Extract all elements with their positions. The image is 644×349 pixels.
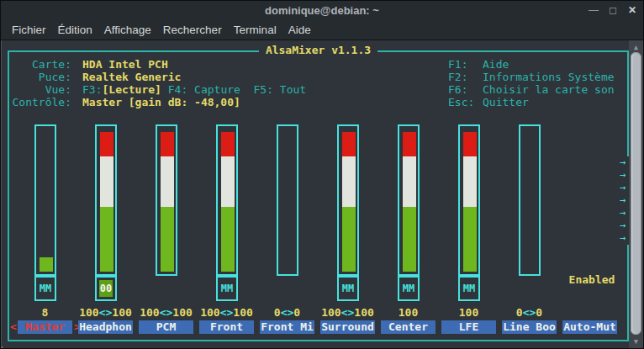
bar-segment-green: [342, 207, 356, 272]
terminal-window: dominique@debian: ~ — ◻ ✕ FichierÉdition…: [0, 0, 644, 349]
info-label: Puce:: [9, 71, 71, 83]
value-right: 100: [172, 306, 192, 319]
help-label: Choisir la carte son: [483, 83, 615, 96]
scroll-down-icon[interactable]: ▼: [629, 336, 643, 346]
menu-item-aide[interactable]: Aide: [287, 22, 313, 38]
value-separator: <>: [341, 306, 355, 319]
volume-bar-lfe[interactable]: [458, 124, 480, 276]
channel-value-center: 100: [381, 306, 435, 319]
volume-bar-lineboo[interactable]: [519, 124, 541, 276]
info-value-part: Master [gain dB: -48,00]: [82, 96, 240, 108]
close-icon[interactable]: ✕: [626, 3, 638, 17]
menu-item-rechercher[interactable]: Rechercher: [161, 22, 224, 38]
terminal-screen[interactable]: AlsaMixer v1.1.3 Carte:HDA Intel PCHPuce…: [3, 40, 643, 348]
help-row: F6:Choisir la carte son: [448, 83, 615, 96]
mute-indicator-surround[interactable]: MM: [337, 276, 359, 301]
info-label: Carte:: [9, 58, 71, 71]
info-row: Contrôle:Master [gain dB: -48,00]: [9, 96, 306, 108]
help-row: F1:Aide: [448, 58, 615, 71]
scrollbar-thumb[interactable]: [631, 52, 641, 335]
mute-indicator-lfe[interactable]: MM: [458, 276, 480, 301]
channel-value-automut: [562, 306, 617, 319]
bar-segment-white: [161, 156, 174, 207]
channel-value-lineboo: 0<>0: [502, 306, 557, 319]
bar-segment-white: [403, 156, 416, 207]
channel-value-front: 100<>100: [199, 306, 254, 319]
volume-bar-frontmi[interactable]: [277, 124, 298, 276]
value-left: 8: [42, 306, 49, 319]
channel-label-center[interactable]: Center: [381, 320, 435, 334]
menu-item-affichage[interactable]: Affichage: [103, 22, 153, 38]
volume-bar-fill: [524, 132, 537, 272]
right-arrow-icon: →: [616, 182, 629, 194]
channel-label-lineboo[interactable]: Line Boo: [502, 320, 557, 334]
channel-label-headphon[interactable]: Headphon: [78, 320, 133, 334]
help-key: F6:: [448, 83, 483, 96]
titlebar[interactable]: dominique@debian: ~ — ◻ ✕: [1, 1, 643, 20]
mute-state-text: MM: [40, 283, 51, 294]
volume-bar-surround[interactable]: [337, 124, 359, 276]
info-value-part: F3:: [82, 83, 102, 96]
mute-state-text: MM: [403, 283, 414, 294]
help-key: Esc:: [448, 96, 483, 108]
mute-indicator-master[interactable]: MM: [34, 276, 56, 301]
bar-segment-red: [342, 132, 356, 156]
menu-item-dition[interactable]: Édition: [56, 22, 94, 38]
alsamixer-frame: AlsaMixer v1.1.3 Carte:HDA Intel PCHPuce…: [8, 50, 629, 341]
value-left: 100: [321, 306, 340, 319]
bar-segment-green: [40, 257, 53, 272]
volume-bar-pcm[interactable]: [156, 124, 177, 276]
channel-label-front[interactable]: Front: [199, 320, 254, 334]
help-key: F1:: [448, 58, 483, 71]
bar-segment-red: [463, 132, 477, 156]
terminal-scrollbar[interactable]: ▲ ▼: [629, 40, 643, 348]
bar-segment-green: [161, 207, 174, 272]
volume-bar-fill: [282, 132, 295, 272]
right-arrow-icon: →: [616, 194, 629, 207]
info-value-part: Realtek Generic: [82, 71, 181, 83]
channel-label-master[interactable]: Master: [18, 320, 72, 334]
mixer-info: Carte:HDA Intel PCHPuce:Realtek GenericV…: [9, 58, 306, 108]
volume-bar-fill: [161, 132, 174, 272]
help-label: Quitter: [483, 96, 529, 108]
info-value-part: HDA Intel PCH: [82, 58, 168, 71]
value-right: 100: [354, 306, 373, 319]
channel-label-automut[interactable]: Auto-Mut: [562, 320, 617, 334]
menubar: FichierÉditionAffichageRechercherTermina…: [1, 20, 643, 40]
value-left: 100: [399, 306, 418, 319]
channel-value-surround: 100<>100: [320, 306, 375, 319]
mute-indicator-front[interactable]: MM: [216, 276, 238, 301]
mute-state-text: MM: [221, 283, 233, 294]
maximize-icon[interactable]: ◻: [607, 3, 619, 17]
channel-label-frontmi[interactable]: Front Mi: [260, 320, 314, 334]
value-right: 100: [112, 306, 131, 319]
menu-item-fichier[interactable]: Fichier: [10, 22, 48, 38]
info-value-part: F4: Capture F5: Tout: [161, 83, 306, 96]
volume-bar-center[interactable]: [398, 124, 420, 276]
right-arrow-icon: →: [616, 219, 629, 232]
volume-bar-front[interactable]: [216, 124, 238, 276]
menu-item-terminal[interactable]: Terminal: [232, 22, 278, 38]
channel-value-headphon: 100<>100: [78, 306, 133, 319]
volume-bar-master[interactable]: [34, 124, 56, 276]
volume-bar-headphon[interactable]: [95, 124, 117, 276]
channel-label-lfe[interactable]: LFE: [441, 320, 496, 334]
volume-bar-fill: [100, 132, 113, 272]
mute-indicator-headphon[interactable]: 00: [95, 276, 117, 301]
help-label: Aide: [483, 58, 509, 71]
value-separator: <>: [220, 306, 234, 319]
value-left: 0: [274, 306, 281, 319]
value-right: 100: [233, 306, 252, 319]
value-separator: <>: [160, 306, 173, 319]
value-separator: <>: [523, 306, 536, 319]
minimize-icon[interactable]: —: [588, 3, 599, 17]
channel-label-pcm[interactable]: PCM: [139, 320, 193, 334]
scroll-up-icon[interactable]: ▲: [629, 42, 643, 52]
channel-label-surround[interactable]: Surround: [320, 320, 375, 334]
info-label: Contrôle:: [9, 96, 71, 108]
right-arrow-icon: →: [616, 207, 629, 219]
right-arrow-icon: →: [616, 156, 629, 169]
info-value: Master [gain dB: -48,00]: [82, 96, 240, 108]
mute-indicator-center[interactable]: MM: [398, 276, 420, 301]
volume-bar-fill: [342, 132, 356, 272]
